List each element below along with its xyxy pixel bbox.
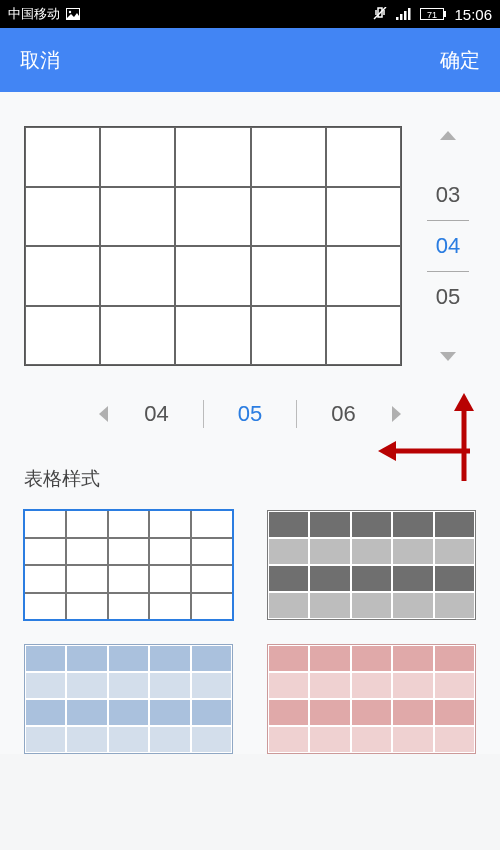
style-plain-white[interactable] — [24, 510, 233, 620]
battery-icon: 71 — [420, 8, 446, 20]
row-prev-value[interactable]: 03 — [436, 178, 460, 212]
col-right-arrow-icon[interactable] — [390, 404, 404, 424]
svg-rect-3 — [396, 17, 399, 20]
column-count-picker: 04 05 06 — [24, 400, 476, 428]
header-bar: 取消 确定 — [0, 28, 500, 92]
style-gray-stripes[interactable] — [267, 510, 476, 620]
col-current-value[interactable]: 05 — [222, 401, 278, 427]
svg-text:71: 71 — [427, 10, 437, 20]
style-thumbnails — [24, 510, 476, 754]
row-count-picker: 03 04 05 — [420, 126, 476, 366]
content-area: 03 04 05 04 05 06 表格样式 — [0, 92, 500, 754]
col-prev-value[interactable]: 04 — [128, 401, 184, 427]
style-section-title: 表格样式 — [24, 466, 476, 492]
svg-rect-4 — [400, 14, 403, 20]
style-blue-stripes[interactable] — [24, 644, 233, 754]
row-current-value[interactable]: 04 — [436, 229, 460, 263]
confirm-button[interactable]: 确定 — [440, 47, 480, 74]
svg-rect-8 — [444, 11, 446, 17]
col-left-arrow-icon[interactable] — [96, 404, 110, 424]
style-red-stripes[interactable] — [267, 644, 476, 754]
svg-rect-5 — [404, 11, 407, 20]
signal-icon — [396, 8, 412, 20]
picture-icon — [66, 8, 80, 20]
cancel-button[interactable]: 取消 — [20, 47, 60, 74]
row-up-arrow-icon[interactable] — [438, 128, 458, 142]
svg-point-1 — [69, 11, 71, 13]
row-down-arrow-icon[interactable] — [438, 350, 458, 364]
table-preview — [24, 126, 402, 366]
carrier-label: 中国移动 — [8, 5, 60, 23]
vibrate-icon — [372, 7, 388, 21]
row-next-value[interactable]: 05 — [436, 280, 460, 314]
col-next-value[interactable]: 06 — [315, 401, 371, 427]
status-bar: 中国移动 71 15:06 — [0, 0, 500, 28]
clock-label: 15:06 — [454, 6, 492, 23]
svg-rect-6 — [408, 8, 411, 20]
